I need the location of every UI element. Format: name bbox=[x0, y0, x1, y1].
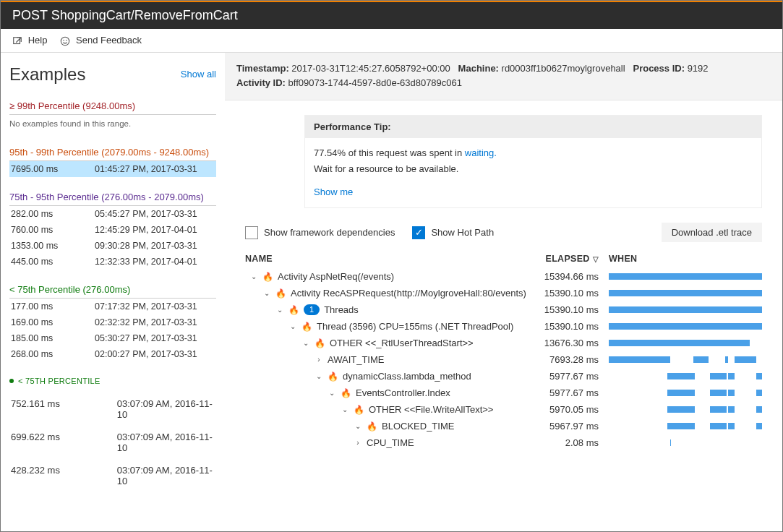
chevron-down-icon[interactable]: ⌄ bbox=[315, 372, 323, 380]
when-bars bbox=[603, 273, 762, 280]
elapsed-value: 15390.10 ms bbox=[531, 321, 603, 332]
show-me-link[interactable]: Show me bbox=[314, 186, 353, 197]
when-bars bbox=[603, 439, 762, 446]
example-row[interactable]: 760.00 ms12:45:29 PM, 2017-04-01 bbox=[9, 222, 216, 238]
call-name: EventsController.Index bbox=[356, 387, 450, 398]
call-name: Threads bbox=[324, 304, 359, 315]
call-tree-row[interactable]: ⌄🔥Activity AspNetReq(/events)15394.66 ms bbox=[245, 268, 762, 285]
example-row[interactable]: 177.00 ms07:17:32 PM, 2017-03-31 bbox=[9, 299, 216, 314]
elapsed-value: 2.08 ms bbox=[531, 437, 603, 448]
flame-icon: 🔥 bbox=[275, 288, 286, 299]
when-bars bbox=[603, 356, 762, 363]
when-bars bbox=[603, 323, 762, 330]
elapsed-value: 15390.10 ms bbox=[531, 304, 603, 315]
flame-icon: 🔥 bbox=[262, 272, 273, 282]
flame-icon: 🔥 bbox=[354, 405, 364, 415]
example-row[interactable]: 699.622 ms03:07:09 AM, 2016-11-10 bbox=[9, 426, 216, 459]
example-row[interactable]: 7695.00 ms01:45:27 PM, 2017-03-31 bbox=[9, 161, 216, 177]
elapsed-value: 15394.66 ms bbox=[531, 271, 603, 282]
call-name: Activity RecASPRequest(http://MoylgroveH… bbox=[291, 288, 526, 299]
when-bars bbox=[603, 306, 762, 313]
elapsed-value: 5970.05 ms bbox=[531, 404, 603, 415]
chevron-right-icon[interactable]: › bbox=[354, 439, 362, 447]
example-row[interactable]: 445.00 ms12:32:33 PM, 2017-04-01 bbox=[9, 254, 216, 270]
show-all-link[interactable]: Show all bbox=[181, 69, 216, 80]
call-tree-row[interactable]: ›AWAIT_TIME7693.28 ms bbox=[245, 351, 762, 368]
call-tree-row[interactable]: ›CPU_TIME2.08 ms bbox=[245, 434, 762, 451]
call-name: AWAIT_TIME bbox=[328, 354, 384, 365]
no-examples-text: No examples found in this range. bbox=[9, 115, 216, 132]
toolbar: Help Send Feedback bbox=[1, 29, 782, 53]
col-name-header[interactable]: NAME bbox=[245, 254, 531, 264]
percentile-bullet: < 75TH PERCENTILE bbox=[9, 375, 216, 387]
when-bars bbox=[603, 423, 762, 429]
example-row[interactable]: 268.00 ms02:00:27 PM, 2017-03-31 bbox=[9, 346, 216, 362]
flame-icon: 🔥 bbox=[288, 305, 299, 315]
performance-tip: Performance Tip: 77.54% of this request … bbox=[304, 115, 762, 208]
example-row[interactable]: 752.161 ms03:07:09 AM, 2016-11-10 bbox=[9, 392, 216, 426]
flame-icon: 🔥 bbox=[367, 421, 377, 432]
example-row[interactable]: 185.00 ms05:30:27 PM, 2017-03-31 bbox=[9, 330, 216, 346]
download-etl-button[interactable]: Download .etl trace bbox=[662, 223, 762, 242]
call-name: Thread (3596) CPU=155ms (.NET ThreadPool… bbox=[317, 321, 513, 332]
call-tree-row[interactable]: ⌄🔥BLOCKED_TIME5967.97 ms bbox=[245, 418, 762, 434]
call-tree-row[interactable]: ⌄🔥1Threads15390.10 ms bbox=[245, 301, 762, 318]
checkbox-checked-icon[interactable]: ✓ bbox=[412, 226, 425, 239]
svg-point-1 bbox=[61, 37, 69, 45]
smiley-icon bbox=[60, 36, 70, 46]
percentile-header[interactable]: ≥ 99th Percentile (9248.00ms) bbox=[9, 98, 216, 115]
example-row[interactable]: 428.232 ms03:07:09 AM, 2016-11-10 bbox=[9, 459, 216, 492]
hotpath-checkbox-row[interactable]: ✓ Show Hot Path bbox=[412, 226, 494, 239]
chevron-down-icon[interactable]: ⌄ bbox=[301, 339, 310, 347]
chevron-down-icon[interactable]: ⌄ bbox=[341, 406, 349, 413]
col-when-header[interactable]: WHEN bbox=[603, 254, 762, 264]
call-tree-row[interactable]: ⌄🔥Thread (3596) CPU=155ms (.NET ThreadPo… bbox=[245, 318, 762, 335]
chevron-down-icon[interactable]: ⌄ bbox=[262, 289, 271, 297]
call-name: dynamicClass.lambda_method bbox=[343, 371, 471, 382]
elapsed-value: 13676.30 ms bbox=[531, 338, 603, 348]
window-title: POST ShoppingCart/RemoveFromCart bbox=[1, 1, 782, 29]
help-link[interactable]: Help bbox=[12, 35, 47, 46]
flame-icon: 🔥 bbox=[328, 372, 338, 382]
call-name: BLOCKED_TIME bbox=[382, 421, 454, 432]
flame-icon: 🔥 bbox=[315, 338, 325, 348]
checkbox-unchecked-icon[interactable] bbox=[245, 226, 258, 239]
col-elapsed-header[interactable]: ELAPSED▽ bbox=[531, 254, 603, 264]
chevron-down-icon[interactable]: ⌄ bbox=[354, 422, 362, 430]
feedback-link[interactable]: Send Feedback bbox=[60, 35, 142, 46]
elapsed-value: 7693.28 ms bbox=[531, 354, 603, 365]
chevron-right-icon[interactable]: › bbox=[315, 356, 323, 364]
svg-rect-0 bbox=[14, 37, 20, 43]
call-tree-row[interactable]: ⌄🔥dynamicClass.lambda_method5977.67 ms bbox=[245, 368, 762, 385]
example-row[interactable]: 169.00 ms02:32:32 PM, 2017-03-31 bbox=[9, 314, 216, 330]
waiting-link[interactable]: waiting. bbox=[465, 147, 497, 158]
chevron-down-icon[interactable]: ⌄ bbox=[249, 273, 258, 280]
when-bars bbox=[603, 373, 762, 379]
percentile-header[interactable]: < 75th Percentile (276.00ms) bbox=[9, 281, 216, 299]
controls-row: Show framework dependencies ✓ Show Hot P… bbox=[225, 208, 782, 249]
chevron-down-icon[interactable]: ⌄ bbox=[275, 306, 284, 314]
elapsed-value: 5977.67 ms bbox=[531, 387, 603, 398]
count-badge: 1 bbox=[304, 304, 320, 315]
framework-checkbox-row[interactable]: Show framework dependencies bbox=[245, 226, 395, 239]
percentile-header[interactable]: 95th - 99th Percentile (2079.00ms - 9248… bbox=[9, 144, 216, 161]
call-tree-row[interactable]: ⌄🔥OTHER <<_RtlUserThreadStart>>13676.30 … bbox=[245, 335, 762, 351]
call-name: Activity AspNetReq(/events) bbox=[278, 271, 394, 282]
main-panel: Timestamp: 2017-03-31T12:45:27.6058792+0… bbox=[225, 53, 782, 524]
flame-icon: 🔥 bbox=[301, 322, 312, 332]
metadata-bar: Timestamp: 2017-03-31T12:45:27.6058792+0… bbox=[225, 53, 782, 101]
percentile-header[interactable]: 75th - 95th Percentile (276.00ms - 2079.… bbox=[9, 189, 216, 206]
chevron-down-icon[interactable]: ⌄ bbox=[328, 389, 336, 397]
call-name: OTHER <<File.WriteAllText>> bbox=[369, 404, 493, 415]
call-name: OTHER <<_RtlUserThreadStart>> bbox=[330, 338, 474, 348]
examples-heading: Examples bbox=[9, 64, 85, 85]
call-tree-row[interactable]: ⌄🔥OTHER <<File.WriteAllText>>5970.05 ms bbox=[245, 401, 762, 418]
flame-icon: 🔥 bbox=[341, 388, 351, 398]
call-tree-row[interactable]: ⌄🔥Activity RecASPRequest(http://Moylgrov… bbox=[245, 285, 762, 301]
sort-desc-icon: ▽ bbox=[593, 255, 599, 263]
example-row[interactable]: 282.00 ms05:45:27 PM, 2017-03-31 bbox=[9, 206, 216, 222]
when-bars bbox=[603, 340, 762, 346]
chevron-down-icon[interactable]: ⌄ bbox=[288, 322, 297, 330]
example-row[interactable]: 1353.00 ms09:30:28 PM, 2017-03-31 bbox=[9, 238, 216, 254]
call-tree-row[interactable]: ⌄🔥EventsController.Index5977.67 ms bbox=[245, 385, 762, 401]
